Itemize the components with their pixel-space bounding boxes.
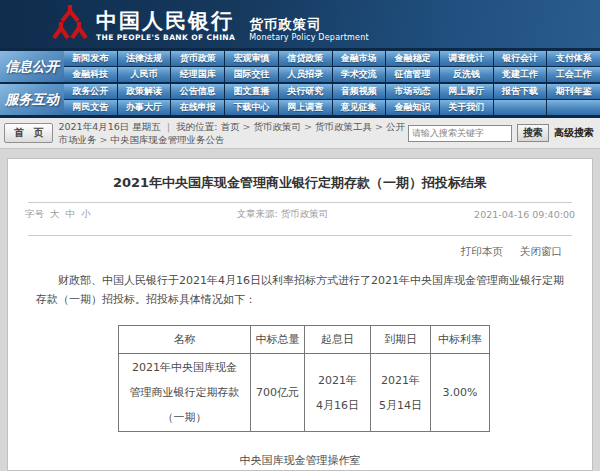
nav-item[interactable]: 人员招录	[279, 67, 332, 82]
nav-item[interactable]: 货币政策	[171, 51, 224, 66]
bank-name-en: THE PEOPLE'S BANK OF CHINA	[96, 33, 235, 42]
table-header-cell: 到期日	[371, 326, 431, 354]
article-paragraph: 财政部、中国人民银行于2021年4月16日以利率招标方式进行了2021年中央国库…	[36, 271, 564, 309]
table-cell: 2021年 5月14日	[371, 354, 431, 432]
table-header-cell: 起息日	[305, 326, 371, 354]
nav-item[interactable]: 金融知识	[386, 100, 439, 115]
font-size-small[interactable]: 小	[81, 208, 91, 219]
nav-item[interactable]: 图文直播	[225, 84, 278, 99]
table-row: 2021年中央国库现金 管理商业银行定期存款 （一期）700亿元2021年 4月…	[119, 354, 490, 432]
nav-item[interactable]: 国际交往	[225, 67, 278, 82]
nav-item[interactable]: 人民币	[118, 67, 171, 82]
nav-item[interactable]: 央行研究	[279, 84, 332, 99]
nav-item[interactable]: 报告下载	[494, 84, 547, 99]
nav-item[interactable]: 政策解读	[118, 84, 171, 99]
nav-item[interactable]: 期刊年鉴	[547, 84, 600, 99]
nav-item[interactable]: 金融市场	[333, 51, 386, 66]
search-area: 搜索 高级搜索	[408, 124, 594, 142]
breadcrumb-bar: 首 页 2021年4月16日 星期五 ｜ 我的位置: 首页 > 货币政策司 > …	[0, 118, 600, 149]
nav-item[interactable]: 意见征集	[333, 100, 386, 115]
breadcrumb: 2021年4月16日 星期五 ｜ 我的位置: 首页 > 货币政策司 > 货币政策…	[58, 121, 408, 146]
nav-item[interactable]: 金融稳定	[386, 51, 439, 66]
nav-item[interactable]: 政务公开	[64, 84, 117, 99]
nav-item[interactable]: 音频视频	[333, 84, 386, 99]
nav-item[interactable]: 信贷政策	[279, 51, 332, 66]
nav-item	[547, 100, 600, 115]
table-cell: 700亿元	[251, 354, 305, 432]
nav-item[interactable]: 工会工作	[547, 67, 600, 82]
breadcrumb-separator: >	[372, 121, 386, 132]
nav-item[interactable]: 金融科技	[64, 67, 117, 82]
breadcrumb-link[interactable]: 货币政策司	[253, 121, 301, 132]
nav-item[interactable]: 法律法规	[118, 51, 171, 66]
nav-item[interactable]: 网上调查	[279, 100, 332, 115]
nav-item[interactable]: 公告信息	[171, 84, 224, 99]
nav-item[interactable]: 网民文告	[64, 100, 117, 115]
breadcrumb-separator: >	[239, 121, 253, 132]
font-size-selector: 字号 大 中 小	[25, 208, 91, 221]
nav-item[interactable]: 下载中心	[225, 100, 278, 115]
table-header-row: 名称中标总量起息日到期日中标利率	[119, 326, 490, 354]
nav-items-info-disclosure: 新闻发布法律法规货币政策宏观审慎信贷政策金融市场金融稳定调查统计银行会计支付体系…	[64, 51, 600, 82]
nav-item[interactable]: 党建工作	[494, 67, 547, 82]
date-text: 2021年4月16日 星期五	[58, 121, 160, 132]
page-title: 2021年中央国库现金管理商业银行定期存款（一期）招投标结果	[8, 174, 592, 192]
nav-item[interactable]: 关于我们	[440, 100, 493, 115]
nav-item[interactable]: 在线申报	[171, 100, 224, 115]
table-cell: 2021年中央国库现金 管理商业银行定期存款 （一期）	[119, 354, 251, 432]
location-label: 我的位置: 首页	[176, 121, 239, 132]
home-button[interactable]: 首 页	[4, 123, 53, 143]
nav-item[interactable]: 网上展厅	[440, 84, 493, 99]
search-button[interactable]: 搜索	[517, 124, 549, 142]
nav-item[interactable]: 反洗钱	[440, 67, 493, 82]
table-header-cell: 中标利率	[431, 326, 490, 354]
department-name-cn: 货币政策司	[249, 17, 369, 32]
nav-item[interactable]: 办事大厅	[118, 100, 171, 115]
main-nav: 信息公开 新闻发布法律法规货币政策宏观审慎信贷政策金融市场金融稳定调查统计银行会…	[0, 48, 600, 118]
breadcrumb-separator: >	[96, 134, 110, 145]
bank-name-block: 中国人民银行 THE PEOPLE'S BANK OF CHINA	[96, 10, 235, 42]
table-cell: 3.00%	[431, 354, 490, 432]
nav-item[interactable]: 银行会计	[494, 51, 547, 66]
article-card: 2021年中央国库现金管理商业银行定期存款（一期）招投标结果 字号 大 中 小 …	[7, 158, 593, 471]
article-source: 文章来源: 货币政策司	[91, 208, 475, 221]
nav-item[interactable]: 学术交流	[333, 67, 386, 82]
department-name-en: Monetary Policy Department	[249, 33, 369, 42]
font-size-large[interactable]: 大	[50, 208, 60, 219]
nav-items-services: 政务公开政策解读公告信息图文直播央行研究音频视频市场动态网上展厅报告下载期刊年鉴…	[64, 84, 600, 115]
article-datetime: 2021-04-16 09:40:00	[474, 209, 575, 220]
nav-label-info-disclosure[interactable]: 信息公开	[0, 51, 64, 82]
nav-section-services: 服务互动 政务公开政策解读公告信息图文直播央行研究音频视频市场动态网上展厅报告下…	[0, 84, 600, 115]
print-page-link[interactable]: 打印本页	[461, 245, 503, 257]
nav-item[interactable]: 征信管理	[386, 67, 439, 82]
site-header: 中国人民银行 THE PEOPLE'S BANK OF CHINA 货币政策司 …	[0, 0, 600, 48]
nav-item	[494, 100, 547, 115]
department-block: 货币政策司 Monetary Policy Department	[249, 17, 369, 42]
pboc-logo-icon	[52, 4, 88, 40]
close-window-link[interactable]: 关闭窗口	[520, 245, 562, 257]
table-cell: 2021年 4月16日	[305, 354, 371, 432]
page-actions: 打印本页 关闭窗口	[8, 236, 592, 259]
article-meta: 字号 大 中 小 文章来源: 货币政策司 2021-04-16 09:40:00	[8, 203, 592, 225]
breadcrumb-separator: >	[301, 121, 315, 132]
font-size-label: 字号	[25, 208, 44, 219]
nav-item[interactable]: 经理国库	[171, 67, 224, 82]
auction-results-table: 名称中标总量起息日到期日中标利率 2021年中央国库现金 管理商业银行定期存款 …	[118, 325, 490, 432]
nav-item[interactable]: 市场动态	[386, 84, 439, 99]
advanced-search-link[interactable]: 高级搜索	[554, 126, 594, 140]
table-header-cell: 名称	[119, 326, 251, 354]
font-size-medium[interactable]: 中	[66, 208, 76, 219]
nav-item[interactable]: 支付体系	[547, 51, 600, 66]
search-input[interactable]	[408, 125, 512, 142]
nav-item[interactable]: 宏观审慎	[225, 51, 278, 66]
breadcrumb-link[interactable]: 货币政策工具	[315, 121, 372, 132]
bank-name-cn: 中国人民银行	[96, 10, 235, 32]
breadcrumb-link[interactable]: 中央国库现金管理业务公告	[110, 134, 224, 145]
nav-section-info-disclosure: 信息公开 新闻发布法律法规货币政策宏观审慎信贷政策金融市场金融稳定调查统计银行会…	[0, 51, 600, 82]
breadcrumb-divider: ｜	[164, 121, 173, 132]
nav-label-services[interactable]: 服务互动	[0, 84, 64, 115]
nav-item[interactable]: 调查统计	[440, 51, 493, 66]
table-header-cell: 中标总量	[251, 326, 305, 354]
nav-item[interactable]: 新闻发布	[64, 51, 117, 66]
signature: 中央国库现金管理操作室	[8, 453, 592, 468]
